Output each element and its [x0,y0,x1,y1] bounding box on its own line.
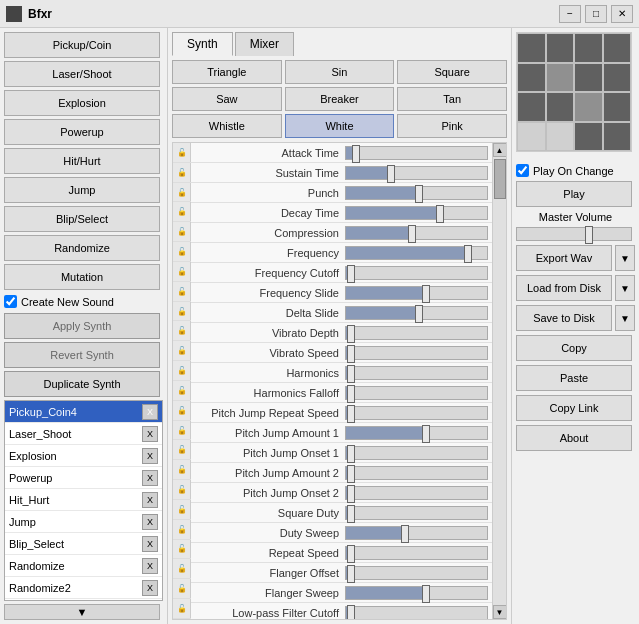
param-slider-thumb[interactable] [422,425,430,443]
scroll-down-arrow[interactable]: ▼ [493,605,507,619]
close-button[interactable]: ✕ [611,5,633,23]
scroll-up-arrow[interactable]: ▲ [493,143,507,157]
export-wav-button[interactable]: Export Wav [516,245,612,271]
param-slider-thumb[interactable] [347,365,355,383]
param-slider-thumb[interactable] [347,465,355,483]
param-slider[interactable] [345,586,488,600]
wave-btn-white[interactable]: White [285,114,395,138]
param-slider[interactable] [345,606,488,620]
param-slider[interactable] [345,506,488,520]
param-slider[interactable] [345,186,488,200]
preset-hit-hurt[interactable]: Hit/Hurt [4,148,160,174]
param-slider-thumb[interactable] [347,445,355,463]
param-slider-thumb[interactable] [347,385,355,403]
param-slider[interactable] [345,426,488,440]
param-slider-thumb[interactable] [422,285,430,303]
param-slider-thumb[interactable] [347,565,355,583]
wave-btn-square[interactable]: Square [397,60,507,84]
lock-icon-10[interactable]: 🔓 [173,341,191,361]
synth-list-item-delete[interactable]: X [142,448,158,464]
minimize-button[interactable]: − [559,5,581,23]
param-slider[interactable] [345,206,488,220]
synth-list-item[interactable]: ExplosionX [5,445,162,467]
revert-synth-button[interactable]: Revert Synth [4,342,160,368]
preset-randomize[interactable]: Randomize [4,235,160,261]
synth-list-item[interactable]: RandomizeX [5,555,162,577]
param-slider-thumb[interactable] [347,405,355,423]
wave-btn-whistle[interactable]: Whistle [172,114,282,138]
lock-icon-12[interactable]: 🔓 [173,381,191,401]
lock-icon-0[interactable]: 🔓 [173,143,191,163]
param-slider-thumb[interactable] [415,185,423,203]
preset-pickup-coin[interactable]: Pickup/Coin [4,32,160,58]
wave-btn-saw[interactable]: Saw [172,87,282,111]
export-wav-dropdown[interactable]: ▼ [615,245,635,271]
synth-list-item[interactable]: Randomize2X [5,577,162,599]
synth-list-item-delete[interactable]: X [142,470,158,486]
synth-list-item-delete[interactable]: X [142,580,158,596]
param-slider-thumb[interactable] [347,265,355,283]
wave-btn-triangle[interactable]: Triangle [172,60,282,84]
synth-list-item-delete[interactable]: X [142,404,158,420]
param-slider[interactable] [345,406,488,420]
wave-btn-breaker[interactable]: Breaker [285,87,395,111]
copy-button[interactable]: Copy [516,335,632,361]
load-from-disk-button[interactable]: Load from Disk [516,275,612,301]
load-from-disk-dropdown[interactable]: ▼ [615,275,635,301]
lock-icon-23[interactable]: 🔓 [173,599,191,619]
synth-list-item-delete[interactable]: X [142,426,158,442]
lock-icon-7[interactable]: 🔓 [173,282,191,302]
copy-link-button[interactable]: Copy Link [516,395,632,421]
lock-icon-8[interactable]: 🔓 [173,302,191,322]
preset-jump[interactable]: Jump [4,177,160,203]
preset-powerup[interactable]: Powerup [4,119,160,145]
synth-list-item[interactable]: Laser_ShootX [5,423,162,445]
param-slider[interactable] [345,166,488,180]
param-slider-thumb[interactable] [347,325,355,343]
synth-list-item-delete[interactable]: X [142,492,158,508]
paste-button[interactable]: Paste [516,365,632,391]
synth-list[interactable]: Pickup_Coin4XLaser_ShootXExplosionXPower… [4,400,163,601]
master-volume-slider[interactable] [516,227,632,241]
param-slider-thumb[interactable] [401,525,409,543]
play-button[interactable]: Play [516,181,632,207]
apply-synth-button[interactable]: Apply Synth [4,313,160,339]
param-slider-thumb[interactable] [387,165,395,183]
param-slider-thumb[interactable] [347,545,355,563]
param-slider[interactable] [345,366,488,380]
param-slider-thumb[interactable] [422,585,430,603]
lock-icon-3[interactable]: 🔓 [173,202,191,222]
lock-icon-19[interactable]: 🔓 [173,520,191,540]
param-slider[interactable] [345,226,488,240]
play-on-change-checkbox[interactable] [516,164,529,177]
param-slider[interactable] [345,546,488,560]
param-slider[interactable] [345,306,488,320]
param-slider[interactable] [345,526,488,540]
lock-icon-9[interactable]: 🔓 [173,321,191,341]
master-volume-thumb[interactable] [585,226,593,244]
synth-list-item-delete[interactable]: X [142,558,158,574]
lock-icon-13[interactable]: 🔓 [173,401,191,421]
create-new-sound-checkbox[interactable] [4,295,17,308]
param-slider[interactable] [345,346,488,360]
preset-mutation[interactable]: Mutation [4,264,160,290]
param-slider[interactable] [345,286,488,300]
param-slider-thumb[interactable] [408,225,416,243]
param-slider[interactable] [345,486,488,500]
param-slider-thumb[interactable] [347,485,355,503]
save-to-disk-dropdown[interactable]: ▼ [615,305,635,331]
lock-icon-4[interactable]: 🔓 [173,222,191,242]
lock-icon-5[interactable]: 🔓 [173,242,191,262]
synth-list-item-delete[interactable]: X [142,536,158,552]
param-slider-thumb[interactable] [347,505,355,523]
preset-blip-select[interactable]: Blip/Select [4,206,160,232]
synth-list-item[interactable]: JumpX [5,511,162,533]
lock-icon-15[interactable]: 🔓 [173,440,191,460]
maximize-button[interactable]: □ [585,5,607,23]
tab-synth[interactable]: Synth [172,32,233,56]
lock-icon-21[interactable]: 🔓 [173,559,191,579]
lock-icon-22[interactable]: 🔓 [173,579,191,599]
param-slider-thumb[interactable] [347,345,355,363]
param-slider[interactable] [345,386,488,400]
param-slider[interactable] [345,246,488,260]
